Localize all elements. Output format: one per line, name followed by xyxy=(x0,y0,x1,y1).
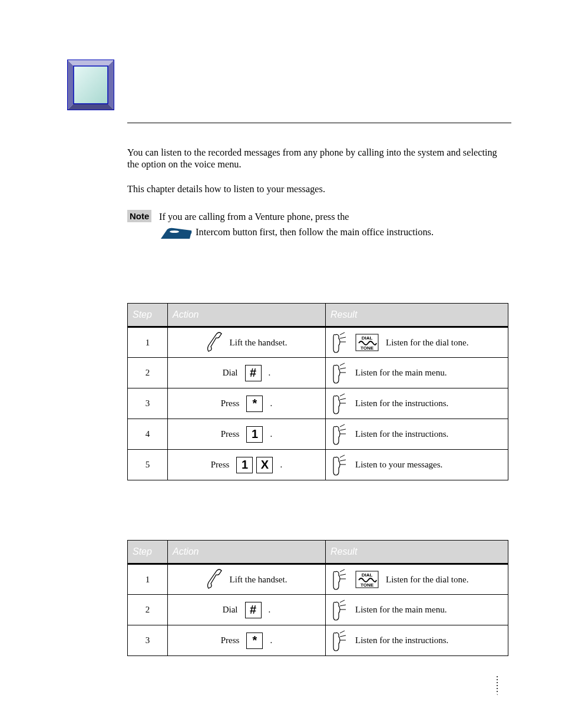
result-text: Listen to your messages. xyxy=(355,460,442,470)
action-pretext: Press xyxy=(221,635,240,645)
action-posttext: . xyxy=(270,398,272,409)
table-row: 3Press*.Listen for the instructions. xyxy=(128,625,508,656)
step-cell: 1 xyxy=(128,564,168,595)
note-text: If you are calling from a Venture phone,… xyxy=(159,211,508,239)
action-pretext: Dial xyxy=(223,368,238,378)
intro-paragraph-1: You can listen to the recorded messages … xyxy=(127,147,508,171)
dial-tone-icon xyxy=(355,571,379,588)
chapter-logo-icon xyxy=(67,59,115,111)
phone-key: X xyxy=(256,457,273,473)
table-row: 3Press*.Listen for the instructions. xyxy=(128,388,508,419)
key-row: * xyxy=(246,396,263,412)
result-text: Listen for the dial tone. xyxy=(386,575,468,585)
receiver-sound-icon xyxy=(332,599,348,621)
table-row: 4Press1.Listen for the instructions. xyxy=(128,419,508,450)
note-button-label: Intercom xyxy=(196,226,230,238)
receiver-sound-icon xyxy=(332,630,348,652)
action-cell: Press*. xyxy=(168,625,326,656)
svg-marker-4 xyxy=(68,104,114,110)
chapter-number: 11 xyxy=(127,59,170,98)
result-text: Listen for the dial tone. xyxy=(386,338,468,348)
result-text: Listen for the instructions. xyxy=(355,635,448,645)
action-cell: Press*. xyxy=(168,388,326,419)
intercom-button-icon xyxy=(160,228,192,239)
key-row: 1 xyxy=(246,426,263,443)
result-cell: Listen for the main menu. xyxy=(326,358,508,388)
note-text-line1: If you are calling from a Venture phone,… xyxy=(159,211,349,222)
dial-tone-icon xyxy=(355,334,379,351)
col-action: Action xyxy=(168,304,326,327)
result-cell: Listen for the dial tone. xyxy=(326,564,508,595)
action-posttext: Lift the handset. xyxy=(230,338,287,348)
result-cell: Listen for the dial tone. xyxy=(326,327,508,358)
action-cell: Lift the handset. xyxy=(168,564,326,595)
step-cell: 2 xyxy=(128,595,168,625)
step-cell: 5 xyxy=(128,450,168,480)
section-heading-1: Listening to Personal Messages from the … xyxy=(127,282,431,297)
receiver-sound-icon xyxy=(332,362,348,384)
phone-key: # xyxy=(245,602,262,618)
table-row: 5Press1X.Listen to your messages. xyxy=(128,450,508,480)
step-cell: 2 xyxy=(128,358,168,388)
receiver-sound-icon xyxy=(332,423,348,446)
phone-key: 1 xyxy=(236,457,253,473)
key-row: # xyxy=(245,365,262,381)
col-result: Result xyxy=(326,541,508,564)
col-step: Step xyxy=(128,304,168,327)
chapter-title: Listening to Recorded Messages xyxy=(199,66,414,83)
table-row: 1Lift the handset.Listen for the dial to… xyxy=(128,327,508,358)
procedure-table-2: Step Action Result 1Lift the handset.Lis… xyxy=(127,540,508,656)
result-text: Listen for the instructions. xyxy=(355,398,448,409)
receiver-sound-icon xyxy=(332,393,348,415)
result-cell: Listen to your messages. xyxy=(326,450,508,480)
col-result: Result xyxy=(326,304,508,327)
action-cell: Dial#. xyxy=(168,358,326,388)
step-cell: 1 xyxy=(128,327,168,358)
section-heading-2: Listening to General Delivery Messages f… xyxy=(127,519,477,534)
phone-key: * xyxy=(246,633,263,649)
table-row: 2Dial#.Listen for the main menu. xyxy=(128,595,508,625)
action-posttext: . xyxy=(269,368,271,378)
step-cell: 3 xyxy=(128,388,168,419)
svg-marker-3 xyxy=(68,60,114,66)
key-row: # xyxy=(245,602,262,618)
result-cell: Listen for the instructions. xyxy=(326,625,508,656)
action-cell: Press1X. xyxy=(168,450,326,480)
table-header-row: Step Action Result xyxy=(128,304,508,327)
result-cell: Listen for the instructions. xyxy=(326,419,508,450)
receiver-sound-icon xyxy=(332,568,348,591)
table-row: 2Dial#.Listen for the main menu. xyxy=(128,358,508,388)
phone-key: # xyxy=(245,365,262,381)
table-header-row: Step Action Result xyxy=(128,541,508,564)
result-cell: Listen for the instructions. xyxy=(326,388,508,419)
action-posttext: Lift the handset. xyxy=(230,575,287,585)
result-text: Listen for the main menu. xyxy=(355,605,447,615)
handset-icon xyxy=(206,568,223,591)
receiver-sound-icon xyxy=(332,454,348,476)
result-text: Listen for the main menu. xyxy=(355,368,447,378)
intro-paragraph-2: This chapter details how to listen to yo… xyxy=(127,183,508,195)
note-badge: Note xyxy=(127,210,151,222)
action-posttext: . xyxy=(280,460,282,470)
header-rule xyxy=(127,123,511,123)
page: 11 Listening to Recorded Messages You ca… xyxy=(0,0,562,728)
action-posttext: . xyxy=(269,605,271,615)
action-pretext: Press xyxy=(221,398,240,409)
note-text-line2: button first, then follow the main offic… xyxy=(233,226,434,238)
action-cell: Lift the handset. xyxy=(168,327,326,358)
action-cell: Dial#. xyxy=(168,595,326,625)
step-cell: 3 xyxy=(128,625,168,656)
action-cell: Press1. xyxy=(168,419,326,450)
svg-marker-1 xyxy=(68,60,74,110)
result-cell: Listen for the main menu. xyxy=(326,595,508,625)
col-action: Action xyxy=(168,541,326,564)
key-row: 1X xyxy=(236,457,273,473)
svg-rect-5 xyxy=(74,66,108,104)
action-pretext: Press xyxy=(211,460,230,470)
svg-point-6 xyxy=(170,230,179,233)
action-posttext: . xyxy=(270,429,272,439)
procedure-table-1: Step Action Result 1Lift the handset.Lis… xyxy=(127,303,508,480)
receiver-sound-icon xyxy=(332,331,348,354)
handset-icon xyxy=(206,331,223,354)
svg-marker-2 xyxy=(108,60,114,110)
